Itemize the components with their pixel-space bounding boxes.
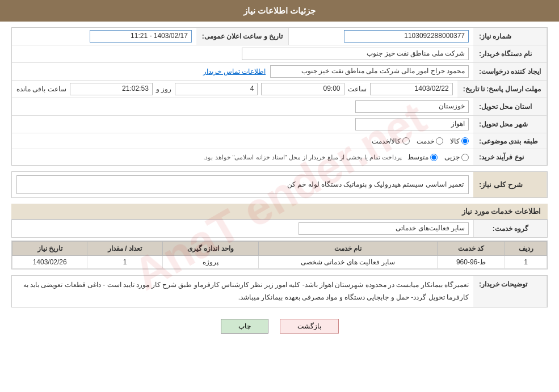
- contact-link[interactable]: اطلاعات تماس خریدار: [203, 68, 266, 75]
- category-goods[interactable]: کالا: [450, 137, 469, 145]
- col-name: نام خدمت: [259, 242, 438, 256]
- cell-date: 1403/02/26: [12, 256, 87, 269]
- purchase-type-value: جزیی متوسط پرداخت تمام یا بخشی از مبلغ خ…: [12, 149, 473, 165]
- col-count: تعداد / مقدار: [87, 242, 162, 256]
- announce-label: تاریخ و ساعت اعلان عمومی:: [196, 28, 289, 45]
- announce-value: 1403/02/17 - 11:21: [12, 28, 196, 45]
- province-label: استان محل تحویل:: [473, 98, 547, 115]
- deadline-remaining-input[interactable]: 21:02:53: [70, 83, 153, 95]
- purchase-medium-label: متوسط: [407, 153, 428, 161]
- category-service[interactable]: خدمت: [417, 137, 443, 145]
- category-label: طبقه بندی موضوعی:: [473, 133, 547, 149]
- deadline-row: مهلت ارسال پاسخ: تا تاریخ: 1403/02/22 سا…: [12, 81, 547, 98]
- deadline-label: مهلت ارسال پاسخ: تا تاریخ:: [457, 81, 547, 98]
- group-service-row: گروه خدمت: سایر فعالیت‌های خدماتی: [11, 220, 548, 238]
- col-code: کد خدمت: [437, 242, 505, 256]
- need-number-input[interactable]: 1103092288000377: [344, 30, 469, 43]
- print-button[interactable]: چاپ: [221, 319, 268, 334]
- category-goods-radio[interactable]: [461, 137, 469, 145]
- service-table: ردیف کد خدمت نام خدمت واحد اندازه گیری ت…: [12, 241, 547, 269]
- category-goods-label: کالا: [450, 137, 460, 145]
- announce-input[interactable]: 1403/02/17 - 11:21: [90, 30, 192, 43]
- deadline-time-label: ساعت: [348, 85, 367, 93]
- city-value: اهواز: [12, 116, 473, 133]
- need-description-input[interactable]: تعمیر اساسی سیستم هیدرولیک و پنوماتیک دس…: [16, 175, 469, 194]
- main-info-section: شماره نیاز: 1103092288000377 تاریخ و ساع…: [11, 27, 548, 166]
- city-label: شهر محل تحویل:: [473, 116, 547, 133]
- purchase-type-row: نوع فرآیند خرید: جزیی متوسط پرداخت تمام …: [12, 149, 547, 165]
- category-radio-group: کالا خدمت کالا/خدمت: [372, 137, 469, 145]
- category-service-label: خدمت: [417, 137, 434, 145]
- category-value: کالا خدمت کالا/خدمت: [12, 133, 473, 149]
- button-row: بازگشت چاپ: [11, 313, 548, 339]
- deadline-time-input[interactable]: 09:00: [261, 83, 344, 95]
- purchase-type-label: نوع فرآیند خرید:: [473, 149, 547, 165]
- need-number-label: شماره نیاز:: [473, 28, 547, 45]
- need-number-row: شماره نیاز: 1103092288000377 تاریخ و ساع…: [12, 28, 547, 45]
- col-row: ردیف: [505, 242, 547, 256]
- group-value: سایر فعالیت‌های خدماتی: [12, 220, 473, 237]
- cell-code: ط-96-960: [437, 256, 505, 269]
- requester-input[interactable]: محمود جراح امور مالی شرکت ملی مناطق نفت …: [270, 65, 469, 78]
- buyer-description-label: توضیحات خریدار:: [473, 276, 547, 307]
- need-description-label: شرح کلی نیاز:: [473, 172, 547, 197]
- buyer-name-value: شرکت ملی مناطق نفت خیز جنوب: [12, 45, 473, 62]
- cell-row: 1: [505, 256, 547, 269]
- cell-unit: پروژه: [162, 256, 258, 269]
- category-row: طبقه بندی موضوعی: کالا خدمت: [12, 133, 547, 149]
- requester-row: ایجاد کننده درخواست: محمود جراح امور مال…: [12, 63, 547, 81]
- purchase-partial-radio[interactable]: [461, 154, 469, 161]
- category-both-radio[interactable]: [402, 137, 410, 145]
- category-both-label: کالا/خدمت: [372, 137, 401, 145]
- col-date: تاریخ نیاز: [12, 242, 87, 256]
- purchase-partial[interactable]: جزیی: [444, 153, 469, 161]
- category-service-radio[interactable]: [436, 137, 443, 145]
- need-description-container: شرح کلی نیاز: تعمیر اساسی سیستم هیدرولیک…: [11, 171, 548, 198]
- province-row: استان محل تحویل: خوزستان: [12, 98, 547, 116]
- buyer-description-container: توضیحات خریدار: تعمیرگاه بیمانکار میابست…: [11, 275, 548, 307]
- back-button[interactable]: بازگشت: [280, 319, 339, 334]
- service-table-section: ردیف کد خدمت نام خدمت واحد اندازه گیری ت…: [11, 241, 548, 269]
- cell-count: 1: [87, 256, 162, 269]
- page-header: جزئیات اطلاعات نیاز: [0, 0, 559, 22]
- category-both[interactable]: کالا/خدمت: [372, 137, 410, 145]
- purchase-medium-radio[interactable]: [430, 154, 438, 161]
- deadline-day-label: روز و: [156, 85, 171, 93]
- purchase-note: پرداخت تمام یا بخشی از مبلغ خریدار از مح…: [203, 154, 402, 161]
- need-number-value: 1103092288000377: [289, 28, 473, 45]
- deadline-remaining-label: ساعت باقی مانده: [16, 85, 66, 93]
- deadline-days-input[interactable]: 4: [175, 83, 258, 95]
- group-label: گروه خدمت:: [473, 220, 547, 237]
- group-input[interactable]: سایر فعالیت‌های خدماتی: [299, 222, 469, 235]
- purchase-partial-label: جزیی: [444, 153, 460, 161]
- requester-label: ایجاد کننده درخواست:: [473, 63, 547, 80]
- deadline-date-input[interactable]: 1403/02/22: [370, 83, 453, 95]
- buyer-name-row: نام دستگاه خریدار: شرکت ملی مناطق نفت خی…: [12, 45, 547, 63]
- purchase-medium[interactable]: متوسط: [407, 153, 438, 161]
- requester-value: محمود جراح امور مالی شرکت ملی مناطق نفت …: [12, 63, 473, 80]
- service-section-title: اطلاعات خدمات مورد نیاز: [11, 204, 548, 220]
- province-input[interactable]: خوزستان: [355, 100, 469, 113]
- deadline-value: 1403/02/22 ساعت 09:00 4 روز و 21:02:53 س…: [12, 81, 457, 98]
- buyer-description-text: تعمیرگاه بیمانکار میابست در محدوده شهرست…: [12, 276, 473, 307]
- need-description-value: تعمیر اساسی سیستم هیدرولیک و پنوماتیک دس…: [12, 172, 473, 197]
- table-header-row: ردیف کد خدمت نام خدمت واحد اندازه گیری ت…: [12, 242, 547, 256]
- table-row: 1 ط-96-960 سایر فعالیت های خدماتی شخصی پ…: [12, 256, 547, 269]
- province-value: خوزستان: [12, 98, 473, 115]
- cell-name: سایر فعالیت های خدماتی شخصی: [259, 256, 438, 269]
- col-unit: واحد اندازه گیری: [162, 242, 258, 256]
- city-row: شهر محل تحویل: اهواز: [12, 116, 547, 133]
- page-title: جزئیات اطلاعات نیاز: [243, 6, 316, 15]
- purchase-type-radio-group: جزیی متوسط: [407, 153, 469, 161]
- deadline-datetime: 1403/02/22 ساعت 09:00 4 روز و 21:02:53 س…: [16, 83, 453, 95]
- city-input[interactable]: اهواز: [355, 118, 469, 130]
- buyer-name-input[interactable]: شرکت ملی مناطق نفت خیز جنوب: [242, 48, 469, 60]
- buyer-name-label: نام دستگاه خریدار:: [473, 45, 547, 62]
